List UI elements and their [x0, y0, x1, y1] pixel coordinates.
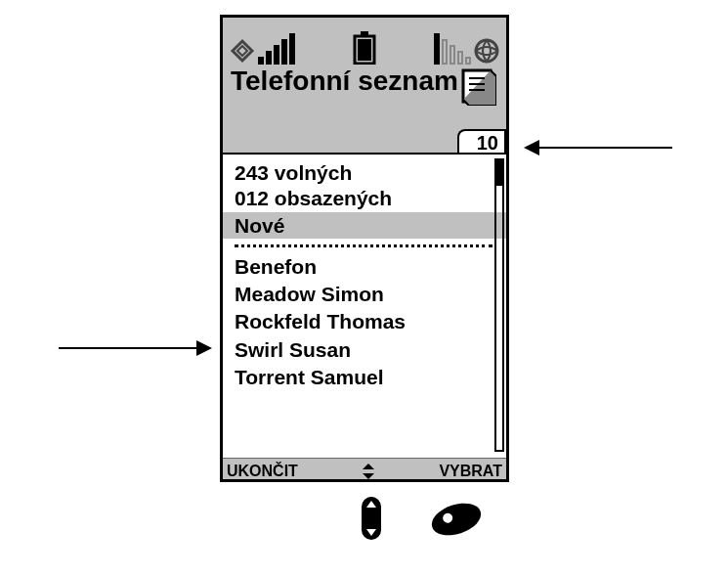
antenna-icon	[229, 37, 256, 65]
contact-item[interactable]: Rockfeld Thomas	[235, 308, 496, 335]
memory-tab-count: 10	[477, 132, 498, 155]
softkey-left[interactable]: UKONČIT	[227, 463, 298, 480]
free-slots: 243 volných	[235, 160, 496, 186]
contact-item[interactable]: Benefon	[235, 253, 496, 281]
annotation-arrow-left	[59, 347, 210, 349]
nav-down-icon	[366, 529, 376, 536]
screen-title: Telefonní seznam	[231, 66, 498, 97]
signal-bars-right	[434, 33, 471, 65]
signal-bars-left	[258, 33, 295, 65]
select-hardware-button[interactable]	[428, 498, 486, 542]
nav-rocker-button[interactable]	[362, 497, 381, 540]
radio-status-left	[229, 33, 295, 65]
scrollbar[interactable]	[494, 158, 504, 452]
phonebook-icon	[459, 66, 496, 106]
contact-item[interactable]: Swirl Susan	[235, 336, 496, 364]
contact-item[interactable]: Torrent Samuel	[235, 364, 496, 391]
svg-marker-8	[363, 464, 374, 469]
title-area: Telefonní seznam 10	[223, 65, 506, 153]
softkey-right[interactable]: VYBRAT	[439, 463, 502, 480]
scrollbar-track	[494, 158, 504, 452]
softkey-nav-indicator	[360, 463, 377, 480]
list-panel: 243 volných 012 obsazených Nové Benefon …	[223, 153, 506, 458]
radio-status-right	[434, 33, 500, 65]
svg-marker-9	[363, 473, 374, 479]
svg-point-3	[476, 40, 497, 62]
softkey-bar: UKONČIT VYBRAT	[223, 458, 506, 484]
used-slots: 012 obsazených	[235, 186, 496, 211]
svg-rect-2	[358, 39, 371, 61]
new-entry-label: Nové	[235, 214, 284, 237]
nav-up-icon	[366, 501, 376, 508]
scrollbar-thumb[interactable]	[494, 158, 504, 186]
globe-icon	[473, 37, 500, 65]
contact-item[interactable]: Meadow Simon	[235, 281, 496, 308]
phone-screen: Telefonní seznam 10 243 volných 012 obsa…	[220, 15, 509, 482]
annotation-arrow-right	[526, 147, 672, 149]
status-bar	[223, 18, 506, 65]
new-entry-item[interactable]: Nové	[223, 212, 506, 239]
separator	[235, 244, 492, 247]
hardware-buttons	[220, 493, 509, 552]
memory-tab-badge[interactable]: 10	[457, 129, 506, 155]
battery-icon	[351, 31, 378, 65]
